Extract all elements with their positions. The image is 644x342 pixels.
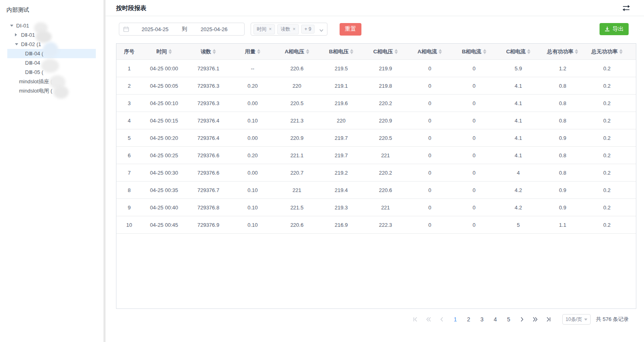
- column-header[interactable]: 总无功功率: [585, 48, 629, 55]
- table-cell: 0: [452, 118, 496, 124]
- date-end-input[interactable]: 2025-04-26: [188, 26, 240, 32]
- table-cell: --: [230, 65, 275, 72]
- column-header-label: 用量: [245, 48, 255, 55]
- sort-icon[interactable]: [619, 49, 623, 54]
- column-header[interactable]: 读数: [186, 48, 231, 55]
- reset-button[interactable]: 重置: [340, 23, 361, 36]
- column-header[interactable]: B相电流: [452, 48, 496, 55]
- table-row[interactable]: 804-25 00:35729376.70.10221219.4220.6004…: [116, 182, 636, 199]
- remove-tag-icon[interactable]: ×: [293, 27, 296, 32]
- table-row[interactable]: 904-25 00:40729376.80.10221.5219.3221004…: [116, 199, 636, 216]
- table-cell: 0: [408, 135, 452, 141]
- next-page-icon[interactable]: [517, 315, 527, 324]
- table-cell: 729376.8: [186, 205, 231, 211]
- table-row[interactable]: 204-25 00:05729376.30.20220219.1219.8004…: [116, 77, 636, 95]
- sort-icon[interactable]: [213, 49, 216, 54]
- column-header[interactable]: A相电压: [275, 48, 319, 55]
- table-row[interactable]: 1004-25 00:45729376.90.10220.6216.9222.3…: [116, 216, 636, 234]
- table-cell: 219.4: [319, 187, 363, 193]
- table-cell: 0: [408, 222, 452, 228]
- page-number-1[interactable]: 1: [450, 315, 460, 324]
- table-cell: 221.1: [275, 152, 319, 158]
- sort-icon[interactable]: [169, 49, 172, 54]
- sort-icon[interactable]: [350, 49, 353, 54]
- tree-item[interactable]: DⅠ-01: [7, 21, 96, 30]
- column-filter-select[interactable]: 时间×读数×+ 9: [251, 23, 327, 36]
- table-cell: 219.6: [319, 100, 363, 106]
- last-page-icon[interactable]: [544, 315, 553, 324]
- table-cell: 0: [408, 83, 452, 89]
- sort-icon[interactable]: [395, 49, 398, 54]
- tree-item-label[interactable]: DⅢ-04 (: [25, 49, 43, 58]
- prev-page-icon[interactable]: [437, 315, 447, 324]
- tree-item-label[interactable]: DⅢ-04: [25, 58, 40, 68]
- select-arrow-icon: [584, 319, 587, 321]
- table-row[interactable]: 304-25 00:10729376.30.00220.5219.6220.20…: [116, 95, 636, 112]
- table-cell: 0.8: [541, 118, 585, 124]
- sort-icon[interactable]: [483, 49, 486, 54]
- sort-icon[interactable]: [575, 49, 578, 54]
- table-row[interactable]: 104-25 00:00729376.1--220.6219.5219.9005…: [116, 60, 636, 77]
- table-cell: 4.1: [496, 152, 541, 158]
- filter-tag-label: 时间: [257, 26, 266, 33]
- column-header[interactable]: B相电压: [319, 48, 363, 55]
- tree-caret-icon[interactable]: [10, 25, 13, 27]
- page-size-select[interactable]: 10条/页: [562, 314, 591, 325]
- tree-item[interactable]: DⅡ-01: [7, 30, 96, 40]
- next-5-pages-icon[interactable]: [530, 315, 540, 324]
- prev-5-pages-icon[interactable]: [424, 315, 433, 324]
- column-header: 序号: [116, 48, 142, 55]
- export-button[interactable]: 导出: [600, 23, 629, 35]
- filter-tag[interactable]: + 9: [301, 25, 315, 34]
- page-number-3[interactable]: 3: [477, 315, 487, 324]
- transfer-icon[interactable]: [622, 5, 630, 13]
- date-start-input[interactable]: 2025-04-25: [129, 26, 181, 32]
- date-range-picker[interactable]: 2025-04-25 到 2025-04-26: [119, 23, 245, 36]
- filter-tag[interactable]: 读数×: [277, 24, 299, 34]
- sort-icon[interactable]: [439, 49, 442, 54]
- sort-icon[interactable]: [306, 49, 309, 54]
- column-header[interactable]: C相电压: [363, 48, 408, 55]
- table-cell: 0.20: [230, 83, 275, 89]
- table-cell: 0.9: [541, 205, 585, 211]
- table-cell: 0: [452, 83, 496, 89]
- column-header[interactable]: C相电流: [496, 48, 541, 55]
- column-header[interactable]: A相电流: [408, 48, 452, 55]
- page-number-2[interactable]: 2: [464, 315, 473, 324]
- table-cell: 220: [319, 118, 363, 124]
- tree-caret-icon[interactable]: [15, 43, 18, 45]
- table-cell: 729376.6: [186, 170, 231, 176]
- tree-caret-icon[interactable]: [15, 33, 17, 36]
- page-number-5[interactable]: 5: [504, 315, 513, 324]
- table-row[interactable]: 704-25 00:30729376.60.00220.7219.2220.20…: [116, 164, 636, 182]
- table-cell: 04-25 00:25: [142, 152, 186, 158]
- remove-tag-icon[interactable]: ×: [269, 27, 272, 32]
- column-header[interactable]: 用量: [230, 48, 275, 55]
- tree-item-label[interactable]: DⅠ-01: [16, 21, 29, 30]
- tree-item[interactable]: mindslot电闸 (: [7, 86, 96, 95]
- tree-item-label[interactable]: DⅡ-01: [21, 30, 35, 40]
- table-cell: 222.3: [363, 222, 408, 228]
- tree-item-label[interactable]: DⅢ-05 (: [25, 68, 43, 77]
- table-cell: 0: [408, 118, 452, 124]
- tree-item-label[interactable]: mindslot电闸 (: [19, 86, 52, 95]
- sort-icon[interactable]: [527, 49, 530, 54]
- table-cell: 4: [496, 170, 541, 176]
- table-cell: 0.00: [230, 135, 275, 141]
- chevron-down-icon: [319, 27, 324, 34]
- table-cell: 4.2: [496, 187, 541, 193]
- table-row[interactable]: 504-25 00:20729376.40.00220.9219.7220.50…: [116, 129, 636, 147]
- column-header[interactable]: 时间: [142, 48, 186, 55]
- filter-tag[interactable]: 时间×: [253, 24, 275, 34]
- first-page-icon[interactable]: [410, 315, 420, 324]
- sort-icon[interactable]: [257, 49, 260, 54]
- table-row[interactable]: 604-25 00:25729376.60.20221.1219.7221004…: [116, 147, 636, 164]
- table-row[interactable]: 404-25 00:15729376.40.10221.3220220.9004…: [116, 112, 636, 129]
- table-cell: 729376.7: [186, 187, 231, 193]
- page-number-4[interactable]: 4: [490, 315, 500, 324]
- table-cell: 729376.1: [186, 65, 231, 72]
- column-header[interactable]: 总有功功率: [541, 48, 585, 55]
- redacted-blob: [41, 59, 59, 73]
- table-cell: 221: [275, 187, 319, 193]
- tree-item-label[interactable]: mindslot插座 (: [19, 77, 52, 86]
